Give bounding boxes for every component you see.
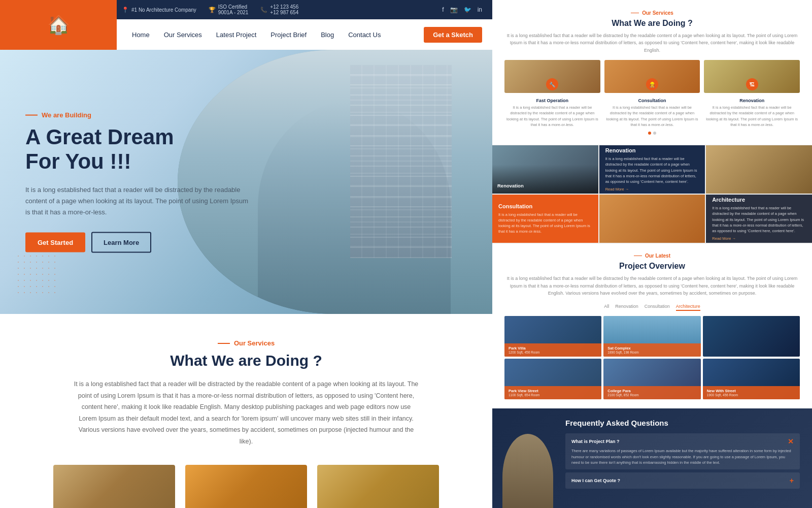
thumb-0: 🔧 xyxy=(504,60,600,93)
faq-content: Frequently Asked Questions What is Proje… xyxy=(565,419,800,489)
award-icon: 🏆 xyxy=(209,7,216,13)
faq-question-text-1: How I can Get Quote ? xyxy=(571,478,620,483)
top-bar-company: 📍 #1 No Architecture Company xyxy=(122,7,196,13)
hero-tag-line xyxy=(25,114,38,115)
thumb-1: 👷 xyxy=(604,60,700,93)
panel-item-desc-2: It is a long established fact that a rea… xyxy=(704,105,800,128)
services-tag-text: Our Services xyxy=(234,339,275,347)
consultation-text-title: Consultation xyxy=(498,203,592,209)
panel-services: Our Services What We are Doing ? It is a… xyxy=(492,0,812,145)
panel-service-items: Fast Operation It is a long established … xyxy=(504,98,800,128)
ov-info-4: 2100 Sqft, 852 Room xyxy=(607,393,696,397)
instagram-icon[interactable]: 📷 xyxy=(450,6,458,13)
overview-tile-4: College Para 2100 Sqft, 852 Room xyxy=(603,359,700,399)
overview-header: Our Latest Project Overview It is a long… xyxy=(504,253,800,297)
renovation-read-more[interactable]: Read More → xyxy=(605,187,699,192)
dot-active[interactable] xyxy=(648,132,651,135)
ov-name-4: College Para xyxy=(607,389,696,393)
project-tile-renovation-img: Renovation xyxy=(492,145,598,194)
social-links: f 📷 🐦 in xyxy=(442,6,482,13)
faq-toggle-1[interactable]: + xyxy=(790,477,794,485)
panel-services-tag-text: Our Services xyxy=(642,10,673,16)
location-icon: 📍 xyxy=(122,7,129,13)
get-started-button[interactable]: Get Started xyxy=(25,232,85,252)
filter-renovation[interactable]: Renovation xyxy=(615,303,638,311)
nav-contact[interactable]: Contact Us xyxy=(348,31,381,39)
services-section: Our Services What We are Doing ? It is a… xyxy=(0,314,492,508)
ov-overlay-3: Park View Street 1100 Sqft, 654 Room xyxy=(504,386,601,399)
service-card-2: 🏗 Renovation xyxy=(317,465,439,508)
project-tile-workers3 xyxy=(599,195,705,243)
overview-tile-1: Sat Complex 1890 Sqft, 198 Room xyxy=(603,316,700,357)
linkedin-icon[interactable]: in xyxy=(478,6,482,13)
overview-tile-2 xyxy=(703,316,800,357)
architecture-read-more[interactable]: Read More → xyxy=(712,236,806,241)
services-description: It is a long established fact that a rea… xyxy=(74,378,419,447)
ov-name-3: Park View Street xyxy=(509,389,597,393)
overview-tag: Our Latest xyxy=(504,253,800,259)
faq-question-0[interactable]: What is Project Plan ? ✕ xyxy=(571,437,794,446)
faq-question-text-0: What is Project Plan ? xyxy=(571,439,620,444)
nav-services[interactable]: Our Services xyxy=(164,31,202,39)
thumb-icon-1: 👷 xyxy=(646,78,658,90)
hero-buttons: Get Started Learn More xyxy=(25,232,254,252)
filter-architecture[interactable]: Architecture xyxy=(676,303,700,311)
project-tile-architecture: Architecture It is a long established fa… xyxy=(706,195,812,243)
phone-icon: 📞 xyxy=(260,7,267,13)
top-bar-iso: 🏆 ISO Certified 9001A - 2021 xyxy=(209,4,249,15)
nav-home[interactable]: Home xyxy=(132,31,150,39)
header: 🏠 Home Our Services Latest Project Proje… xyxy=(0,19,492,50)
panel-item-title-1: Consultation xyxy=(604,98,700,103)
panel-item-0: Fast Operation It is a long established … xyxy=(504,98,600,128)
get-sketch-button[interactable]: Get a Sketch xyxy=(424,27,482,43)
hero-tag: We are Building xyxy=(25,111,254,119)
main-nav: Home Our Services Latest Project Project… xyxy=(122,27,492,43)
top-bar-phone: 📞 +12 123 456 +12 987 654 xyxy=(260,4,298,15)
panel-item-2: Renovation It is a long established fact… xyxy=(704,98,800,128)
faq-title: Frequently Asked Questions xyxy=(565,419,800,427)
hero-content: We are Building A Great Dream For You !!… xyxy=(25,111,254,253)
twitter-icon[interactable]: 🐦 xyxy=(464,6,471,13)
nav-blog[interactable]: Blog xyxy=(321,31,334,39)
services-tag-line xyxy=(218,343,230,344)
nav-brief[interactable]: Project Brief xyxy=(270,31,307,39)
hero-description: It is a long established fact that a rea… xyxy=(25,184,254,217)
hero-section: We are Building A Great Dream For You !!… xyxy=(0,50,492,314)
faq-question-1[interactable]: How I can Get Quote ? + xyxy=(571,477,794,485)
panel-item-desc-1: It is a long established fact that a rea… xyxy=(604,105,700,128)
facebook-icon[interactable]: f xyxy=(442,6,444,13)
dot-pattern xyxy=(15,253,56,294)
filter-all[interactable]: All xyxy=(604,303,609,311)
consultation-text-box: Consultation It is a long established fa… xyxy=(492,195,598,243)
hero-tag-text: We are Building xyxy=(42,111,91,119)
faq-toggle-0[interactable]: ✕ xyxy=(788,437,794,446)
skyline-img xyxy=(706,145,812,194)
main-panel: 📍 #1 No Architecture Company 🏆 ISO Certi… xyxy=(0,0,492,508)
thumb-icon-0: 🔧 xyxy=(546,78,558,90)
panel-services-tag: Our Services xyxy=(504,10,800,16)
renovation-overlay: Renovation xyxy=(492,145,598,194)
right-panels: Our Services What We are Doing ? It is a… xyxy=(492,0,812,508)
service-card-0: 🔧 Fast Operation xyxy=(53,465,175,508)
filter-consultation[interactable]: Consultation xyxy=(645,303,670,311)
ov-name-5: New With Street xyxy=(707,389,796,393)
dot-inactive[interactable] xyxy=(653,132,656,135)
panel-services-title: What We are Doing ? xyxy=(504,19,800,28)
carousel-dots xyxy=(504,132,800,135)
service-card-1: 👷 Consultation xyxy=(185,465,307,508)
architecture-text-desc: It is a long established fact that a rea… xyxy=(712,205,806,234)
panel-projects-grid: Renovation Renovation It is a long estab… xyxy=(492,145,812,243)
architecture-text-title: Architecture xyxy=(712,197,806,203)
faq-answer-0: There are many variations of passages of… xyxy=(571,448,794,465)
overview-tile-3: Park View Street 1100 Sqft, 654 Room xyxy=(504,359,601,399)
overview-filter: All Renovation Consultation Architecture xyxy=(504,303,800,311)
ov-overlay-1: Sat Complex 1890 Sqft, 198 Room xyxy=(603,343,700,357)
overview-tag-text: Our Latest xyxy=(645,253,670,259)
faq-item-1: How I can Get Quote ? + xyxy=(565,472,800,489)
services-title: What We are Doing ? xyxy=(25,352,467,369)
project-tile-skyline xyxy=(706,145,812,194)
learn-more-button[interactable]: Learn More xyxy=(91,232,151,252)
consultation-text-desc: It is a long established fact that a rea… xyxy=(498,212,592,235)
nav-project[interactable]: Latest Project xyxy=(216,31,257,39)
panel-item-desc-0: It is a long established fact that a rea… xyxy=(504,105,600,128)
